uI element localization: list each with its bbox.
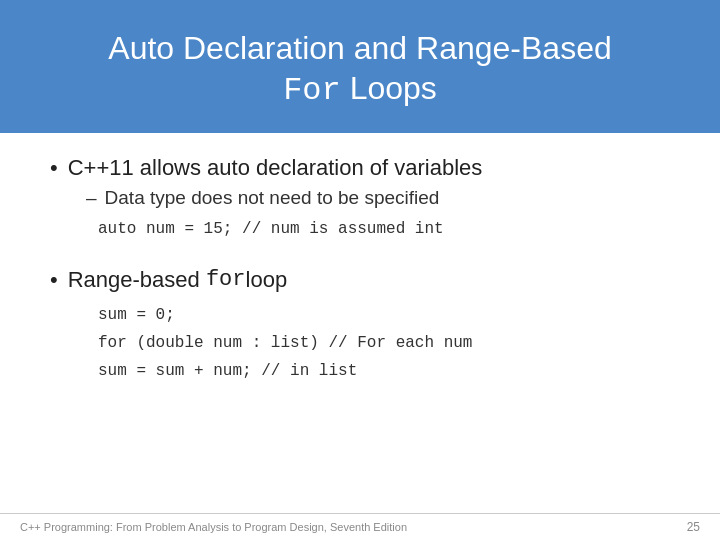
- footer-page: 25: [687, 520, 700, 534]
- slide-footer: C++ Programming: From Problem Analysis t…: [0, 513, 720, 540]
- bullet-2-section: • Range-based for loop sum = 0; for (dou…: [50, 267, 670, 395]
- code-2-line2: for (double num : list) // For each num: [98, 329, 670, 357]
- bullet-1-text: C++11 allows auto declaration of variabl…: [68, 155, 483, 181]
- sub-bullet-1-text: Data type does not need to be specified: [105, 187, 440, 209]
- title-for-keyword: For: [283, 72, 341, 109]
- bullet-2-suffix: loop: [246, 267, 288, 293]
- title-line1: Auto Declaration and Range-Based: [108, 30, 611, 66]
- bullet-1-dot: •: [50, 155, 58, 181]
- slide-content: • C++11 allows auto declaration of varia…: [0, 133, 720, 513]
- code-2-line3: sum = sum + num; // in list: [98, 357, 670, 385]
- bullet-1: • C++11 allows auto declaration of varia…: [50, 155, 670, 181]
- code-block-1: auto num = 15; // num is assumed int: [98, 217, 670, 243]
- bullet-1-section: • C++11 allows auto declaration of varia…: [50, 155, 670, 253]
- bullet-2-for: for: [206, 267, 246, 292]
- code-1-text: auto num = 15; // num is assumed int: [98, 220, 444, 238]
- slide-header: Auto Declaration and Range-Based For Loo…: [0, 0, 720, 133]
- bullet-2-prefix: Range-based: [68, 267, 206, 293]
- sub-dash-1: –: [86, 187, 97, 209]
- bullet-2-dot: •: [50, 267, 58, 293]
- slide: Auto Declaration and Range-Based For Loo…: [0, 0, 720, 540]
- footer-label: C++ Programming: From Problem Analysis t…: [20, 521, 407, 533]
- code-block-2: sum = 0; for (double num : list) // For …: [98, 301, 670, 385]
- code-2-line1: sum = 0;: [98, 301, 670, 329]
- slide-title: Auto Declaration and Range-Based For Loo…: [40, 28, 680, 111]
- bullet-2: • Range-based for loop: [50, 267, 670, 293]
- sub-bullet-1: – Data type does not need to be specifie…: [86, 187, 670, 209]
- title-loops: Loops: [341, 70, 437, 106]
